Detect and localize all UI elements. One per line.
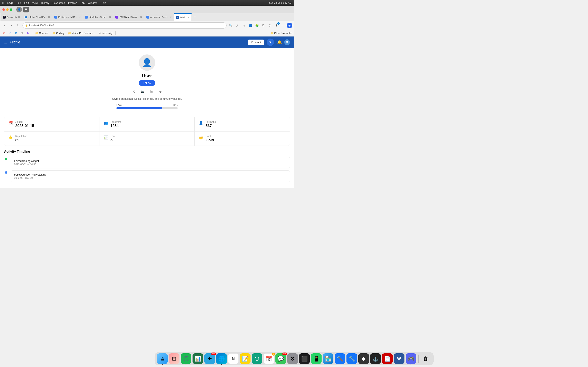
- app-menu-edit[interactable]: Edit: [24, 1, 29, 4]
- bookmark-icon-s: S: [9, 32, 11, 35]
- timeline-event-1: Edited trading widget: [14, 159, 286, 162]
- timeline-dot-1: [5, 158, 7, 160]
- app-menu-view[interactable]: View: [32, 1, 38, 4]
- bookmark-icon-m: M: [27, 32, 29, 35]
- lock-icon: 🔒: [25, 24, 28, 27]
- stat-joined-label: Joined: [15, 120, 34, 123]
- bookmark-courses[interactable]: 📁 Courses: [34, 31, 50, 35]
- stat-level-label: Level: [111, 135, 116, 138]
- tab-editing[interactable]: Editing tele.io/RE... ✕: [52, 13, 83, 21]
- refresh-button[interactable]: ↻: [16, 23, 21, 28]
- stats-grid: 📅 Joined 2023-01-15 👥 Followers 1234 👤 F…: [4, 117, 290, 146]
- app-menu-tab[interactable]: Tab: [80, 1, 85, 4]
- traffic-lights[interactable]: [2, 8, 12, 11]
- bookmark-twitter[interactable]: 𝕏: [19, 31, 25, 35]
- minimize-window-button[interactable]: [6, 8, 9, 11]
- theme-toggle-button[interactable]: ☀: [267, 39, 274, 46]
- downloads-button[interactable]: ⬇ 1: [274, 23, 279, 28]
- bookmark-s[interactable]: S: [8, 31, 13, 35]
- tab-close-editing[interactable]: ✕: [79, 16, 81, 18]
- timeline-connector-1: [6, 160, 6, 170]
- timeline-time-1: 2023-06-01 at 14:30: [14, 163, 286, 166]
- address-bar: ‹ › ↻ 🔒 localhost:3000/profile/3 🔍 A ☆ 🔵…: [0, 21, 294, 30]
- tab-close-teleio-cloud[interactable]: ✕: [48, 16, 50, 18]
- app-menu-window[interactable]: Window: [88, 1, 97, 4]
- app-menu-file[interactable]: File: [17, 1, 21, 4]
- bookmark-m[interactable]: M: [26, 31, 31, 35]
- notification-button[interactable]: 🔔: [277, 40, 282, 44]
- tab-close-ethglobal-sing[interactable]: ✕: [140, 16, 142, 18]
- tab-favicon-ethglobal-sing: [115, 16, 118, 18]
- read-mode-button[interactable]: A: [234, 23, 240, 28]
- level-icon: 📊: [104, 135, 108, 140]
- tab-close-generator[interactable]: ✕: [170, 16, 172, 18]
- app-content: ☰ Profile Connect ☀ 🔔 S 👤 User Follow 𝕏 …: [0, 36, 294, 188]
- bookmark-other-favourites[interactable]: 📁 Other Favourites: [270, 32, 292, 35]
- bookmark-outlook[interactable]: O: [13, 31, 18, 35]
- level-progress-bar-fill: [116, 107, 162, 109]
- split-view-button[interactable]: ⧉: [260, 23, 266, 28]
- tab-perplexity[interactable]: P Perplexity ✕: [1, 13, 22, 21]
- bookmark-icon-twitter: 𝕏: [21, 32, 23, 35]
- linkedin-social-icon[interactable]: in: [149, 89, 154, 94]
- github-social-icon[interactable]: ⊘: [158, 89, 163, 94]
- app-menu-history[interactable]: History: [41, 1, 49, 4]
- profile-name: User: [142, 73, 152, 78]
- bookmark-perplexity[interactable]: ⊕ Perplexity: [97, 31, 114, 35]
- user-icon: 👤: [142, 58, 152, 67]
- tab-favicon-perplexity: P: [3, 16, 6, 18]
- app-menu-profiles[interactable]: Profiles: [68, 1, 77, 4]
- apple-menu[interactable]: : [2, 1, 4, 5]
- app-menu-favourites[interactable]: Favourites: [52, 1, 65, 4]
- tab-close-perplexity[interactable]: ✕: [18, 16, 20, 18]
- collections-button[interactable]: 🔵: [247, 23, 253, 28]
- tab-ethglobal-search[interactable]: ethglobal - Searc... ✕: [83, 13, 113, 21]
- bookmark-label-perplexity: Perplexity: [102, 32, 113, 35]
- new-tab-button[interactable]: +: [192, 13, 198, 21]
- more-options-button[interactable]: ⋯: [280, 23, 286, 28]
- follow-button[interactable]: Follow: [139, 80, 155, 86]
- tab-teleio-cloud[interactable]: 🔵 teleio - Cloud Fir... ✕: [22, 13, 52, 21]
- tab-close-ethglobal-search[interactable]: ✕: [109, 16, 111, 18]
- forward-button[interactable]: ›: [9, 23, 14, 28]
- favorite-button[interactable]: ☆: [241, 23, 247, 28]
- app-menu-edge[interactable]: Edge: [7, 1, 13, 4]
- timeline-time-2: 2023-05-28 at 09:15: [14, 176, 286, 179]
- bookmark-visionpro[interactable]: 📁 Vision Pro Resourc...: [66, 31, 96, 35]
- url-input[interactable]: 🔒 localhost:3000/profile/3: [22, 22, 227, 29]
- connect-button[interactable]: Connect: [248, 40, 264, 45]
- instagram-social-icon[interactable]: 📷: [140, 89, 145, 94]
- timeline-event-2: Followed user @cryptoking: [14, 173, 286, 176]
- activity-timeline: Edited trading widget 2023-06-01 at 14:3…: [4, 157, 290, 184]
- close-window-button[interactable]: [2, 8, 5, 11]
- edge-sidebar-button[interactable]: ⊕: [287, 23, 292, 28]
- hamburger-menu[interactable]: ☰: [4, 40, 7, 44]
- tab-generator[interactable]: generator - Sear... ✕: [144, 13, 174, 21]
- app-menu-help[interactable]: Help: [101, 1, 106, 4]
- back-button[interactable]: ‹: [2, 23, 7, 28]
- bookmark-coding[interactable]: 📁 Coding: [51, 31, 66, 35]
- bookmark-icon-other: 📁: [270, 32, 273, 35]
- stat-following: 👤 Following 567: [195, 117, 290, 132]
- stat-rank-label: Rank: [206, 135, 214, 138]
- tab-teleio-active[interactable]: t tele.io ✕: [174, 13, 191, 21]
- fullscreen-window-button[interactable]: [10, 8, 12, 11]
- twitter-social-icon[interactable]: 𝕏: [131, 89, 136, 94]
- bookmarks-bar: ✉ S O 𝕏 M 📁 Courses 📁 Coding 📁 Vision Pr…: [0, 30, 294, 36]
- timeline-item-2: Followed user @cryptoking 2023-05-28 at …: [4, 170, 290, 184]
- sun-icon: ☀: [269, 40, 272, 44]
- tab-favicon-teleio-active: t: [176, 16, 179, 19]
- calendar-icon: 📅: [8, 121, 13, 125]
- sidebar-toggle[interactable]: ☰: [23, 7, 29, 12]
- stat-followers: 👥 Followers 1234: [99, 117, 195, 132]
- bookmark-gmail[interactable]: ✉: [2, 31, 7, 35]
- search-button[interactable]: 🔍: [228, 23, 233, 28]
- bookmarks-separator-1: [32, 31, 32, 35]
- tab-ethglobal-sing[interactable]: ETHGlobal Singa... ✕: [113, 13, 144, 21]
- tab-close-teleio-active[interactable]: ✕: [187, 16, 190, 19]
- user-avatar-small[interactable]: S: [284, 39, 290, 45]
- extensions-button[interactable]: 🧩: [254, 23, 260, 28]
- history-button[interactable]: ⏱: [267, 23, 273, 28]
- app-title: Profile: [10, 40, 20, 44]
- profile-icon[interactable]: 👤: [16, 7, 22, 12]
